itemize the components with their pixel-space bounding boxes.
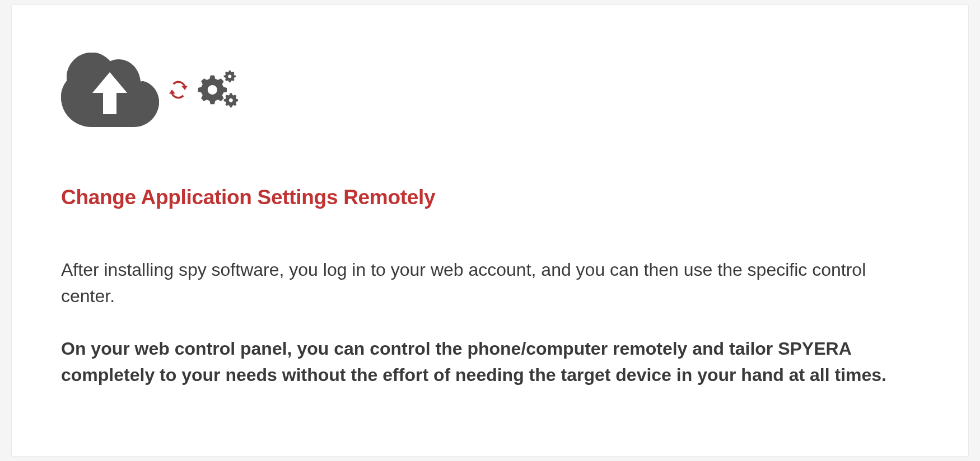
cloud-upload-icon <box>61 53 159 127</box>
sync-icon <box>169 81 188 99</box>
section-heading: Change Application Settings Remotely <box>61 186 919 209</box>
icon-row <box>61 53 919 127</box>
content-card: Change Application Settings Remotely Aft… <box>11 4 969 457</box>
bold-paragraph: On your web control panel, you can contr… <box>61 336 918 388</box>
intro-paragraph: After installing spy software, you log i… <box>61 257 907 309</box>
gears-icon <box>198 70 239 110</box>
